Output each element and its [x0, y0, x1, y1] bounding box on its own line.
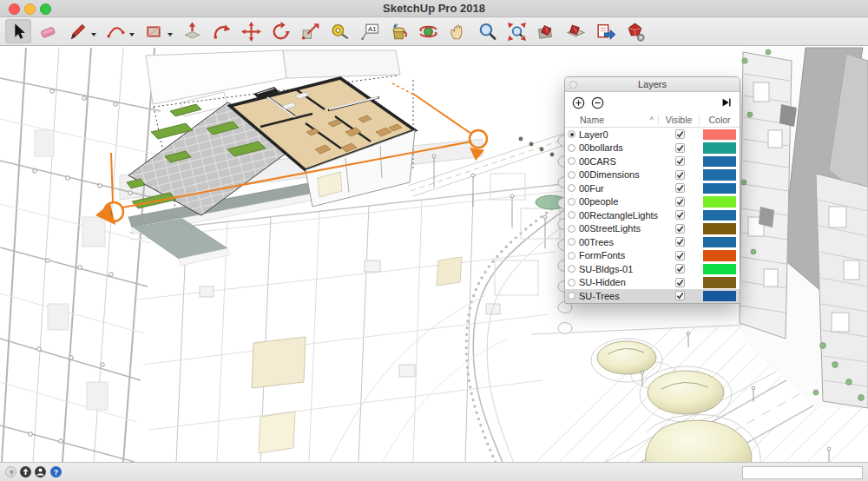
help-icon[interactable]: ? [50, 466, 62, 478]
layer-row[interactable]: 00RectangleLights [565, 208, 740, 222]
remove-layer-button[interactable] [591, 96, 604, 109]
layer-row[interactable]: 00Dimensions [565, 168, 740, 182]
layer-visible-checkbox[interactable] [675, 237, 685, 247]
layer-current-radio[interactable] [568, 238, 575, 246]
orbit-tool[interactable] [415, 19, 441, 43]
layer-current-radio[interactable] [568, 225, 575, 233]
scale-tool[interactable] [297, 19, 323, 43]
layer-row[interactable]: 00people [565, 195, 740, 209]
user-icon[interactable] [35, 466, 46, 478]
layer-color-swatch[interactable] [703, 129, 736, 141]
layer-current-radio[interactable] [568, 157, 575, 165]
text-tool[interactable]: A1 [356, 19, 382, 43]
layer-row[interactable]: 00Trees [565, 235, 740, 249]
layer-visible-checkbox[interactable] [675, 183, 685, 193]
layer-row[interactable]: 00bollards [565, 142, 740, 155]
layer-row[interactable]: 00StreetLights [565, 222, 740, 236]
layer-row[interactable]: Layer0 [565, 128, 740, 142]
tape-measure-tool[interactable] [326, 19, 352, 43]
layer-current-radio[interactable] [568, 279, 575, 287]
layer-current-radio[interactable] [568, 211, 575, 219]
column-name[interactable]: Name ^ [565, 115, 658, 125]
layer-visible-checkbox[interactable] [675, 170, 685, 180]
panel-close-button[interactable] [569, 81, 577, 89]
layers-panel-titlebar[interactable]: Layers [565, 77, 740, 92]
send-to-layout-icon [595, 21, 616, 43]
previous-view-tool[interactable] [533, 19, 559, 43]
layer-color-swatch[interactable] [703, 291, 736, 302]
layer-current-radio[interactable] [568, 198, 575, 206]
layer-visible-checkbox[interactable] [675, 278, 685, 287]
layer-color-swatch[interactable] [703, 169, 736, 181]
layers-panel-title: Layers [638, 79, 667, 89]
layer-color-swatch[interactable] [703, 264, 736, 275]
layer-row[interactable]: 00Fur [565, 181, 740, 195]
next-view-tool[interactable] [562, 19, 589, 43]
layer-current-radio[interactable] [568, 171, 575, 179]
layer-current-radio[interactable] [568, 184, 575, 192]
layer-color-swatch[interactable] [703, 237, 736, 248]
push-pull-icon [181, 21, 203, 43]
layer-row[interactable]: SU-Hidden [565, 276, 740, 290]
right-towers [740, 48, 868, 408]
zoom-extents-tool[interactable] [503, 19, 529, 43]
column-visible[interactable]: Visible [658, 115, 699, 125]
layer-visible-checkbox[interactable] [675, 143, 685, 153]
style-gem-tool[interactable] [621, 19, 648, 43]
layer-visible-checkbox[interactable] [675, 129, 685, 139]
layer-color-swatch[interactable] [703, 250, 736, 261]
layer-visible-checkbox[interactable] [675, 197, 685, 207]
layer-current-radio[interactable] [568, 292, 575, 300]
layer-color-swatch[interactable] [703, 142, 736, 154]
layer-visible-checkbox[interactable] [675, 224, 685, 234]
column-color[interactable]: Color [699, 115, 740, 125]
send-to-layout-tool[interactable] [592, 19, 618, 43]
push-pull-tool[interactable] [179, 19, 205, 43]
layer-color-swatch[interactable] [703, 196, 736, 208]
layer-visible-checkbox[interactable] [675, 264, 685, 273]
follow-me-tool[interactable] [208, 19, 234, 43]
layer-visible-checkbox[interactable] [675, 156, 685, 166]
pan-tool[interactable] [444, 19, 470, 43]
eraser-tool[interactable] [35, 19, 61, 43]
layer-color-swatch[interactable] [703, 277, 736, 288]
main-toolbar: A1 [0, 17, 868, 46]
rotate-tool[interactable] [267, 19, 293, 43]
paint-bucket-tool[interactable] [385, 19, 411, 43]
geolocation-icon[interactable] [5, 466, 16, 478]
line-tool-caret[interactable] [91, 33, 96, 36]
layer-name: 00Trees [579, 237, 660, 247]
upload-credit-icon[interactable] [20, 466, 31, 478]
arc-tool-caret[interactable] [129, 33, 135, 36]
layer-row[interactable]: SU-Bldgs-01 [565, 262, 740, 276]
layer-visible-checkbox[interactable] [675, 210, 685, 220]
zoom-tool[interactable] [474, 19, 500, 43]
layer-color-swatch[interactable] [703, 223, 736, 234]
line-tool[interactable] [64, 19, 90, 43]
measurements-input[interactable] [742, 466, 863, 479]
panel-detail-menu-button[interactable] [720, 96, 733, 109]
left-facade [0, 48, 161, 462]
layer-color-swatch[interactable] [703, 210, 736, 221]
layer-current-radio[interactable] [568, 144, 575, 152]
shapes-tool[interactable] [141, 19, 167, 43]
layer-row[interactable]: FormFonts [565, 249, 740, 263]
layer-row[interactable]: SU-Trees [565, 289, 740, 303]
shapes-tool-caret[interactable] [168, 33, 173, 36]
layer-visible-checkbox[interactable] [675, 251, 685, 260]
layer-current-radio[interactable] [568, 265, 575, 273]
layer-visible-checkbox[interactable] [675, 291, 685, 300]
svg-text:?: ? [54, 468, 59, 477]
layer-current-radio[interactable] [568, 252, 575, 260]
checkmark-icon [676, 211, 684, 219]
add-layer-button[interactable] [572, 96, 585, 109]
checkmark-icon [676, 238, 684, 246]
layer-color-swatch[interactable] [703, 156, 736, 168]
layer-color-swatch[interactable] [703, 183, 736, 194]
select-tool[interactable] [5, 19, 31, 43]
layer-current-radio[interactable] [568, 130, 575, 138]
arc-tool[interactable] [102, 19, 128, 43]
tape-measure-icon [329, 21, 351, 43]
move-tool[interactable] [238, 19, 264, 43]
layer-row[interactable]: 00CARS [565, 155, 740, 168]
